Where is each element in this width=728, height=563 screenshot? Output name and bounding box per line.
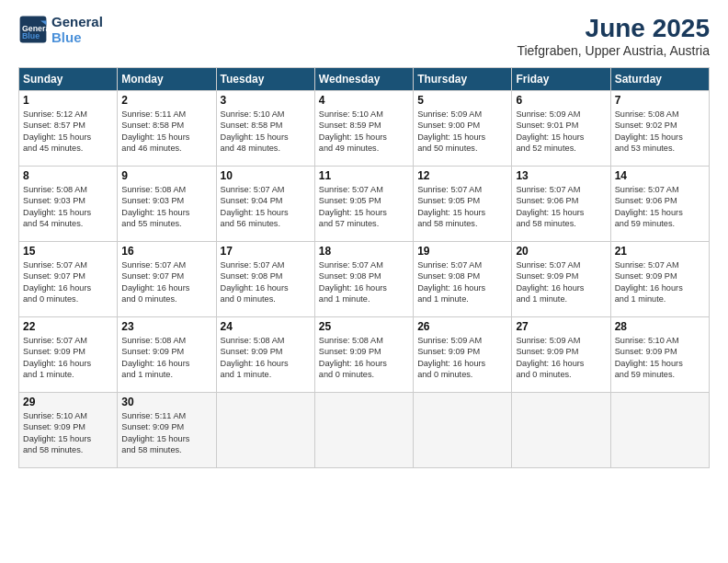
day-info: Sunrise: 5:07 AMSunset: 9:05 PMDaylight:… (319, 184, 409, 230)
day-number: 21 (615, 245, 705, 258)
day-info: Sunrise: 5:07 AMSunset: 9:04 PMDaylight:… (221, 184, 311, 230)
day-number: 16 (121, 245, 211, 258)
day-number: 26 (417, 320, 507, 333)
day-info: Sunrise: 5:07 AMSunset: 9:09 PMDaylight:… (516, 259, 606, 305)
day-number: 22 (23, 320, 113, 333)
day-info: Sunrise: 5:08 AMSunset: 9:09 PMDaylight:… (121, 335, 211, 381)
calendar-cell: 18Sunrise: 5:07 AMSunset: 9:08 PMDayligh… (314, 242, 413, 317)
day-number: 19 (417, 245, 507, 258)
calendar-cell (610, 393, 709, 468)
week-row-2: 8Sunrise: 5:08 AMSunset: 9:03 PMDaylight… (19, 167, 710, 242)
day-info: Sunrise: 5:07 AMSunset: 9:06 PMDaylight:… (516, 184, 606, 230)
calendar-cell: 2Sunrise: 5:11 AMSunset: 8:58 PMDaylight… (118, 91, 216, 167)
calendar-cell: 21Sunrise: 5:07 AMSunset: 9:09 PMDayligh… (610, 242, 709, 317)
calendar-cell (512, 393, 610, 468)
calendar-cell: 1Sunrise: 5:12 AMSunset: 8:57 PMDaylight… (19, 91, 118, 167)
day-number: 29 (23, 396, 113, 408)
calendar-cell: 13Sunrise: 5:07 AMSunset: 9:06 PMDayligh… (512, 167, 610, 242)
calendar-cell: 3Sunrise: 5:10 AMSunset: 8:58 PMDaylight… (216, 91, 314, 167)
logo-general: General (51, 14, 103, 29)
day-number: 4 (319, 94, 409, 107)
weekday-saturday: Saturday (610, 68, 709, 91)
day-number: 30 (121, 396, 211, 408)
calendar-cell (314, 393, 413, 468)
day-info: Sunrise: 5:12 AMSunset: 8:57 PMDaylight:… (23, 109, 113, 155)
calendar-body: 1Sunrise: 5:12 AMSunset: 8:57 PMDaylight… (19, 91, 710, 468)
weekday-wednesday: Wednesday (314, 68, 413, 91)
calendar-cell: 7Sunrise: 5:08 AMSunset: 9:02 PMDaylight… (610, 91, 709, 167)
day-info: Sunrise: 5:07 AMSunset: 9:09 PMDaylight:… (615, 259, 705, 305)
weekday-thursday: Thursday (414, 68, 512, 91)
calendar-cell (414, 393, 512, 468)
day-info: Sunrise: 5:07 AMSunset: 9:08 PMDaylight:… (417, 259, 507, 305)
calendar-cell: 27Sunrise: 5:09 AMSunset: 9:09 PMDayligh… (512, 317, 610, 393)
day-number: 27 (516, 320, 606, 333)
logo-blue: Blue (51, 29, 103, 45)
calendar-cell: 14Sunrise: 5:07 AMSunset: 9:06 PMDayligh… (610, 167, 709, 242)
day-number: 28 (615, 320, 705, 333)
day-number: 13 (516, 169, 606, 182)
logo: General Blue General Blue (18, 14, 103, 45)
weekday-tuesday: Tuesday (216, 68, 314, 91)
day-info: Sunrise: 5:10 AMSunset: 9:09 PMDaylight:… (23, 410, 113, 456)
calendar-cell: 23Sunrise: 5:08 AMSunset: 9:09 PMDayligh… (118, 317, 216, 393)
calendar-cell (216, 393, 314, 468)
calendar-cell: 16Sunrise: 5:07 AMSunset: 9:07 PMDayligh… (118, 242, 216, 317)
weekday-monday: Monday (118, 68, 216, 91)
calendar-cell: 22Sunrise: 5:07 AMSunset: 9:09 PMDayligh… (19, 317, 118, 393)
weekday-header-row: SundayMondayTuesdayWednesdayThursdayFrid… (19, 68, 710, 91)
page: General Blue General Blue June 2025 Tief… (0, 0, 728, 563)
day-number: 2 (121, 94, 211, 107)
week-row-3: 15Sunrise: 5:07 AMSunset: 9:07 PMDayligh… (19, 242, 710, 317)
day-info: Sunrise: 5:10 AMSunset: 8:58 PMDaylight:… (221, 109, 311, 155)
weekday-sunday: Sunday (19, 68, 118, 91)
weekday-friday: Friday (512, 68, 610, 91)
calendar-cell: 6Sunrise: 5:09 AMSunset: 9:01 PMDaylight… (512, 91, 610, 167)
week-row-5: 29Sunrise: 5:10 AMSunset: 9:09 PMDayligh… (19, 393, 710, 468)
day-number: 24 (221, 320, 311, 333)
calendar-cell: 29Sunrise: 5:10 AMSunset: 9:09 PMDayligh… (19, 393, 118, 468)
day-info: Sunrise: 5:08 AMSunset: 9:03 PMDaylight:… (121, 184, 211, 230)
day-info: Sunrise: 5:07 AMSunset: 9:07 PMDaylight:… (23, 259, 113, 305)
calendar-cell: 8Sunrise: 5:08 AMSunset: 9:03 PMDaylight… (19, 167, 118, 242)
day-number: 11 (319, 169, 409, 182)
calendar-cell: 28Sunrise: 5:10 AMSunset: 9:09 PMDayligh… (610, 317, 709, 393)
calendar-cell: 25Sunrise: 5:08 AMSunset: 9:09 PMDayligh… (314, 317, 413, 393)
header: General Blue General Blue June 2025 Tief… (18, 14, 710, 58)
day-number: 8 (23, 169, 113, 182)
calendar-cell: 11Sunrise: 5:07 AMSunset: 9:05 PMDayligh… (314, 167, 413, 242)
day-info: Sunrise: 5:08 AMSunset: 9:03 PMDaylight:… (23, 184, 113, 230)
week-row-1: 1Sunrise: 5:12 AMSunset: 8:57 PMDaylight… (19, 91, 710, 167)
day-number: 20 (516, 245, 606, 258)
day-info: Sunrise: 5:10 AMSunset: 9:09 PMDaylight:… (615, 335, 705, 381)
day-number: 15 (23, 245, 113, 258)
calendar-cell: 20Sunrise: 5:07 AMSunset: 9:09 PMDayligh… (512, 242, 610, 317)
day-info: Sunrise: 5:09 AMSunset: 9:00 PMDaylight:… (417, 109, 507, 155)
day-info: Sunrise: 5:11 AMSunset: 9:09 PMDaylight:… (121, 410, 211, 456)
calendar-cell: 12Sunrise: 5:07 AMSunset: 9:05 PMDayligh… (414, 167, 512, 242)
calendar-cell: 30Sunrise: 5:11 AMSunset: 9:09 PMDayligh… (118, 393, 216, 468)
calendar-cell: 9Sunrise: 5:08 AMSunset: 9:03 PMDaylight… (118, 167, 216, 242)
day-number: 17 (221, 245, 311, 258)
day-info: Sunrise: 5:07 AMSunset: 9:08 PMDaylight:… (221, 259, 311, 305)
day-number: 9 (121, 169, 211, 182)
calendar-cell: 4Sunrise: 5:10 AMSunset: 8:59 PMDaylight… (314, 91, 413, 167)
day-info: Sunrise: 5:11 AMSunset: 8:58 PMDaylight:… (121, 109, 211, 155)
day-number: 5 (417, 94, 507, 107)
calendar-cell: 15Sunrise: 5:07 AMSunset: 9:07 PMDayligh… (19, 242, 118, 317)
calendar: SundayMondayTuesdayWednesdayThursdayFrid… (18, 67, 710, 468)
day-number: 1 (23, 94, 113, 107)
logo-icon: General Blue (18, 15, 48, 44)
day-number: 6 (516, 94, 606, 107)
day-info: Sunrise: 5:09 AMSunset: 9:09 PMDaylight:… (516, 335, 606, 381)
svg-text:Blue: Blue (22, 31, 40, 40)
day-info: Sunrise: 5:08 AMSunset: 9:02 PMDaylight:… (615, 109, 705, 155)
day-number: 10 (221, 169, 311, 182)
day-info: Sunrise: 5:07 AMSunset: 9:08 PMDaylight:… (319, 259, 409, 305)
day-info: Sunrise: 5:07 AMSunset: 9:09 PMDaylight:… (23, 335, 113, 381)
day-number: 12 (417, 169, 507, 182)
day-info: Sunrise: 5:07 AMSunset: 9:07 PMDaylight:… (121, 259, 211, 305)
day-number: 3 (221, 94, 311, 107)
day-number: 18 (319, 245, 409, 258)
day-info: Sunrise: 5:07 AMSunset: 9:05 PMDaylight:… (417, 184, 507, 230)
